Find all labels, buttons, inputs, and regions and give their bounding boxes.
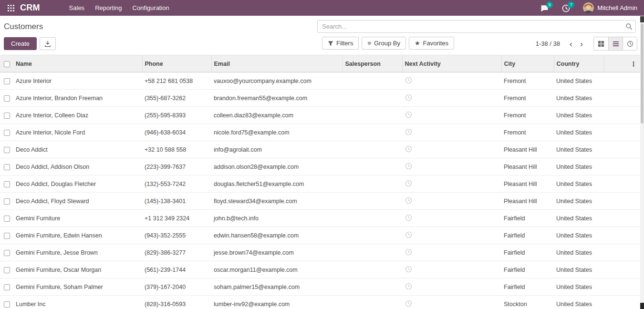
column-header-salesperson[interactable]: Salesperson	[343, 55, 402, 72]
cell-phone: (132)-553-7242	[142, 175, 211, 193]
customer-row[interactable]: Gemini Furniture, Edwin Hansen (943)-352…	[0, 227, 640, 244]
column-header-next-activity[interactable]: Next Activity	[402, 55, 501, 72]
next-activity-clock-icon[interactable]	[405, 77, 412, 84]
column-header-country[interactable]: Country	[554, 55, 604, 72]
app-name[interactable]: CRM	[20, 3, 40, 13]
row-checkbox[interactable]	[4, 284, 10, 290]
column-header-name[interactable]: Name	[13, 55, 142, 72]
column-header-email[interactable]: Email	[211, 55, 343, 72]
row-checkbox[interactable]	[4, 301, 10, 308]
row-checkbox[interactable]	[4, 233, 10, 239]
cell-salesperson	[343, 141, 402, 158]
cell-name: Gemini Furniture, Jesse Brown	[13, 244, 142, 261]
cell-salesperson	[343, 210, 402, 227]
optional-columns-toggle-icon[interactable]: ⋮	[630, 60, 637, 68]
optional-columns-header: ⋮	[604, 55, 640, 72]
column-header-phone[interactable]: Phone	[142, 55, 211, 72]
filters-button[interactable]: Filters	[322, 37, 359, 50]
customer-row[interactable]: Gemini Furniture, Soham Palmer (379)-167…	[0, 278, 640, 296]
next-activity-clock-icon[interactable]	[405, 180, 412, 187]
export-button[interactable]	[40, 37, 56, 50]
next-activity-clock-icon[interactable]	[405, 300, 412, 307]
messages-badge: 5	[546, 1, 553, 8]
menu-sales[interactable]: Sales	[64, 0, 90, 16]
next-activity-clock-icon[interactable]	[405, 128, 412, 135]
customer-row[interactable]: Azure Interior, Colleen Diaz (255)-595-8…	[0, 107, 640, 124]
select-all-checkbox[interactable]	[4, 61, 10, 67]
breadcrumb-page-title: Customers	[4, 22, 43, 31]
filter-funnel-icon	[328, 41, 333, 46]
cell-extra	[604, 227, 640, 244]
scroll-down-arrow[interactable]	[640, 303, 644, 309]
row-checkbox-cell	[0, 124, 13, 141]
pager-value[interactable]: 1-38 / 38	[536, 40, 560, 47]
row-checkbox[interactable]	[4, 181, 10, 187]
menu-configuration[interactable]: Configuration	[127, 0, 175, 16]
next-activity-clock-icon[interactable]	[405, 145, 412, 153]
row-checkbox[interactable]	[4, 164, 10, 170]
cell-name: Lumber Inc	[13, 296, 142, 309]
pager-previous-button[interactable]: ‹	[566, 40, 576, 48]
customer-row[interactable]: Deco Addict, Douglas Fletcher (132)-553-…	[0, 175, 640, 193]
cell-phone: +32 10 588 558	[142, 141, 211, 158]
messages-menu-button[interactable]: 5	[535, 2, 554, 14]
list-view-button[interactable]	[608, 37, 623, 50]
row-checkbox[interactable]	[4, 216, 10, 222]
group-by-button[interactable]: ≡ Group By	[362, 37, 406, 50]
search-input[interactable]	[317, 20, 636, 33]
row-checkbox[interactable]	[4, 95, 10, 102]
scrollbar-thumb[interactable]	[641, 23, 644, 124]
customer-row[interactable]: Azure Interior, Brandon Freeman (355)-68…	[0, 90, 640, 107]
customer-row[interactable]: Deco Addict +32 10 588 558 info@agrolait…	[0, 141, 640, 158]
create-button[interactable]: Create	[4, 37, 37, 50]
column-header-city[interactable]: City	[501, 55, 554, 72]
next-activity-clock-icon[interactable]	[405, 197, 412, 204]
cell-country: United States	[554, 210, 604, 227]
row-checkbox[interactable]	[4, 78, 10, 84]
apps-menu-button[interactable]	[5, 0, 17, 16]
pager-next-button[interactable]: ›	[576, 40, 587, 48]
cell-country: United States	[554, 158, 604, 175]
cell-country: United States	[554, 227, 604, 244]
cell-email: nicole.ford75@example.com	[211, 124, 343, 141]
row-checkbox[interactable]	[4, 250, 10, 256]
next-activity-clock-icon[interactable]	[405, 163, 412, 170]
user-menu-button[interactable]: Mitchell Admin	[578, 2, 639, 13]
next-activity-clock-icon[interactable]	[405, 94, 412, 101]
activities-menu-button[interactable]: 7	[557, 2, 575, 14]
next-activity-clock-icon[interactable]	[405, 214, 412, 221]
customer-row[interactable]: Gemini Furniture, Oscar Morgan (561)-239…	[0, 261, 640, 278]
customer-row[interactable]: Gemini Furniture +1 312 349 2324 john.b@…	[0, 210, 640, 227]
cell-city: Pleasant Hill	[501, 158, 554, 175]
row-checkbox[interactable]	[4, 130, 10, 136]
favorites-button[interactable]: ★ Favorites	[409, 37, 454, 50]
customer-row[interactable]: Deco Addict, Floyd Steward (145)-138-340…	[0, 193, 640, 210]
cell-extra	[604, 175, 640, 193]
scroll-up-arrow[interactable]	[640, 16, 644, 22]
cell-extra	[604, 210, 640, 227]
row-checkbox[interactable]	[4, 267, 10, 273]
customer-row[interactable]: Deco Addict, Addison Olson (223)-399-763…	[0, 158, 640, 175]
pager: 1-38 / 38 ‹ ›	[536, 40, 587, 48]
next-activity-clock-icon[interactable]	[405, 111, 412, 118]
next-activity-clock-icon[interactable]	[405, 266, 412, 273]
cell-email: vauxoo@yourcompany.example.com	[211, 72, 343, 90]
row-checkbox[interactable]	[4, 147, 10, 153]
cell-city: Fairfield	[501, 210, 554, 227]
row-checkbox-cell	[0, 90, 13, 107]
row-checkbox[interactable]	[4, 113, 10, 119]
customer-row[interactable]: Lumber Inc (828)-316-0593 lumber-inv92@e…	[0, 296, 640, 309]
menu-reporting[interactable]: Reporting	[90, 0, 127, 16]
table-header-row: Name Phone Email Salesperson Next Activi…	[0, 55, 640, 72]
customer-row[interactable]: Azure Interior, Nicole Ford (946)-638-60…	[0, 124, 640, 141]
row-checkbox[interactable]	[4, 198, 10, 205]
next-activity-clock-icon[interactable]	[405, 231, 412, 238]
next-activity-clock-icon[interactable]	[405, 248, 412, 256]
customer-row[interactable]: Azure Interior +58 212 681 0538 vauxoo@y…	[0, 72, 640, 90]
next-activity-clock-icon[interactable]	[405, 283, 412, 290]
kanban-view-button[interactable]	[594, 37, 608, 50]
search-icon	[625, 23, 633, 30]
customer-row[interactable]: Gemini Furniture, Jesse Brown (829)-386-…	[0, 244, 640, 261]
activity-view-button[interactable]	[623, 37, 637, 50]
cell-city: Fremont	[501, 90, 554, 107]
